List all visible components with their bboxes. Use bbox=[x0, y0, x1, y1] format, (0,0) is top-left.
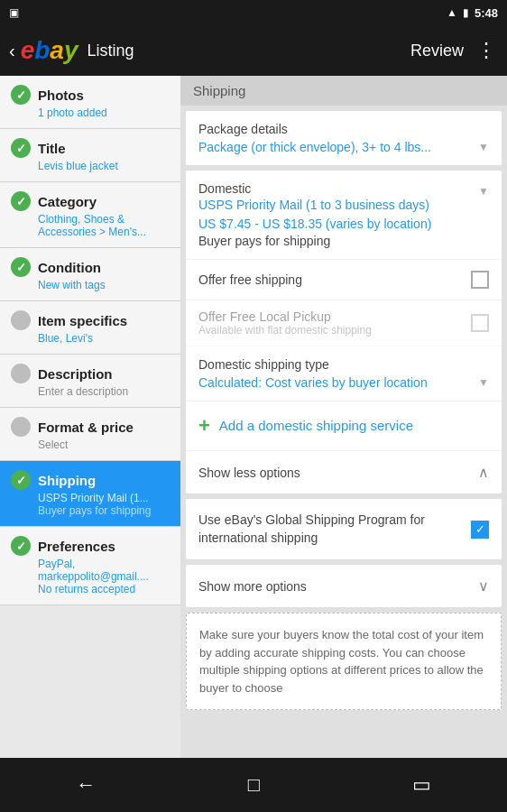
domestic-row[interactable]: Domestic USPS Priority Mail (1 to 3 busi… bbox=[186, 171, 502, 260]
status-bar-right: ▲ ▮ 5:48 bbox=[447, 6, 498, 20]
package-details-row[interactable]: Package details Package (or thick envelo… bbox=[186, 111, 502, 165]
home-nav-button[interactable]: □ bbox=[239, 764, 269, 806]
global-shipping-row[interactable]: Use eBay's Global Shipping Program for i… bbox=[186, 499, 502, 559]
package-details-arrow: ▼ bbox=[478, 141, 489, 153]
content-area: Shipping Package details Package (or thi… bbox=[180, 76, 507, 790]
more-menu-button[interactable]: ⋮ bbox=[476, 39, 498, 62]
show-more-options-row[interactable]: Show more options ∨ bbox=[186, 565, 502, 607]
add-shipping-plus-icon: + bbox=[198, 414, 210, 438]
format-price-subtitle: Select bbox=[11, 438, 170, 451]
offer-free-shipping-row[interactable]: Offer free shipping bbox=[186, 260, 502, 300]
title-subtitle: Levis blue jacket bbox=[11, 160, 170, 172]
sidebar-item-photos[interactable]: ✓ Photos 1 photo added bbox=[0, 76, 180, 129]
domestic-shipping-type-label: Domestic shipping type bbox=[198, 357, 489, 372]
ebay-logo: e b a y bbox=[21, 36, 78, 65]
screenshot-icon: ▣ bbox=[9, 6, 19, 19]
sidebar-item-description[interactable]: Description Enter a description bbox=[0, 355, 180, 408]
sidebar-item-format-price[interactable]: Format & price Select bbox=[0, 408, 180, 461]
format-price-check bbox=[11, 417, 31, 437]
global-shipping-checkbox[interactable]: ✓ bbox=[471, 521, 489, 539]
category-subtitle: Clothing, Shoes & bbox=[11, 213, 170, 226]
sidebar-item-category[interactable]: ✓ Category Clothing, Shoes & Accessories… bbox=[0, 182, 180, 248]
photos-check: ✓ bbox=[11, 85, 31, 105]
item-specifics-check bbox=[11, 310, 31, 330]
title-label: Title bbox=[38, 141, 66, 156]
shipping-label: Shipping bbox=[38, 473, 96, 488]
local-pickup-checkbox bbox=[471, 314, 489, 332]
chevron-down-icon: ∨ bbox=[478, 577, 489, 595]
domestic-shipping-type-text: Calculated: Cost varies by buyer locatio… bbox=[198, 375, 428, 390]
back-button[interactable]: ‹ bbox=[9, 41, 15, 61]
description-label: Description bbox=[38, 366, 113, 382]
category-check: ✓ bbox=[11, 191, 31, 211]
sidebar-item-condition[interactable]: ✓ Condition New with tags bbox=[0, 248, 180, 301]
info-box: Make sure your buyers know the total cos… bbox=[186, 613, 502, 710]
preferences-check: ✓ bbox=[11, 536, 31, 556]
local-pickup-row: Offer Free Local Pickup Available with f… bbox=[186, 300, 502, 346]
domestic-shipping-type-value: Calculated: Cost varies by buyer locatio… bbox=[198, 375, 489, 390]
main-container: ✓ Photos 1 photo added ✓ Title Levis blu… bbox=[0, 76, 507, 790]
logo-b: b bbox=[34, 36, 50, 65]
domestic-shipping-type-row[interactable]: Domestic shipping type Calculated: Cost … bbox=[186, 346, 502, 401]
preferences-subtitle3: No returns accepted bbox=[11, 583, 170, 595]
condition-check: ✓ bbox=[11, 257, 31, 277]
chevron-up-icon: ∧ bbox=[478, 464, 489, 481]
status-bar-left: ▣ bbox=[9, 6, 19, 19]
offer-free-shipping-checkbox[interactable] bbox=[471, 271, 489, 289]
local-pickup-title: Offer Free Local Pickup bbox=[198, 309, 372, 324]
package-details-text: Package (or thick envelope), 3+ to 4 lbs… bbox=[198, 140, 431, 154]
logo-a: a bbox=[50, 36, 64, 65]
nav-bar: ‹ e b a y Listing Review ⋮ bbox=[0, 25, 507, 76]
preferences-label: Preferences bbox=[38, 539, 115, 554]
shipping-subtitle: USPS Priority Mail (1... bbox=[11, 492, 170, 504]
title-check: ✓ bbox=[11, 138, 31, 158]
condition-label: Condition bbox=[38, 260, 101, 275]
domestic-buyer-pays: Buyer pays for shipping bbox=[198, 234, 431, 248]
preferences-subtitle2: markeppolito@gmail.... bbox=[11, 570, 170, 583]
domestic-service: USPS Priority Mail (1 to 3 business days… bbox=[198, 196, 431, 215]
sidebar: ✓ Photos 1 photo added ✓ Title Levis blu… bbox=[0, 76, 180, 790]
domestic-shipping-type-arrow: ▼ bbox=[478, 376, 489, 389]
package-details-card: Package details Package (or thick envelo… bbox=[186, 111, 502, 165]
review-button[interactable]: Review bbox=[410, 42, 464, 60]
domestic-arrow: ▼ bbox=[478, 185, 489, 198]
preferences-subtitle: PayPal, bbox=[11, 558, 170, 570]
logo-e: e bbox=[21, 36, 35, 65]
status-bar: ▣ ▲ ▮ 5:48 bbox=[0, 0, 507, 25]
sidebar-item-shipping[interactable]: ✓ Shipping USPS Priority Mail (1... Buye… bbox=[0, 461, 180, 527]
status-time: 5:48 bbox=[475, 6, 498, 20]
category-label: Category bbox=[38, 194, 97, 209]
show-less-options-row[interactable]: Show less options ∧ bbox=[186, 451, 502, 494]
logo-y: y bbox=[64, 36, 78, 65]
item-specifics-subtitle: Blue, Levi's bbox=[11, 332, 170, 345]
domestic-label: Domestic bbox=[198, 181, 431, 196]
local-pickup-subtitle: Available with flat domestic shipping bbox=[198, 324, 372, 337]
back-nav-button[interactable]: ← bbox=[67, 764, 105, 806]
info-text: Make sure your buyers know the total cos… bbox=[199, 626, 488, 697]
shipping-subtitle2: Buyer pays for shipping bbox=[11, 504, 170, 517]
local-pickup-text: Offer Free Local Pickup Available with f… bbox=[198, 309, 372, 337]
global-shipping-checkmark: ✓ bbox=[475, 522, 485, 536]
recents-nav-button[interactable]: ▭ bbox=[403, 764, 440, 806]
battery-icon: ▮ bbox=[463, 6, 469, 19]
add-shipping-row[interactable]: + Add a domestic shipping service bbox=[186, 401, 502, 451]
item-specifics-label: Item specifics bbox=[38, 313, 127, 328]
sidebar-item-title[interactable]: ✓ Title Levis blue jacket bbox=[0, 129, 180, 182]
add-shipping-label: Add a domestic shipping service bbox=[219, 417, 413, 435]
bottom-nav: ← □ ▭ bbox=[0, 758, 507, 812]
section-header: Shipping bbox=[180, 76, 507, 106]
domestic-price: US $7.45 - US $18.35 (varies by location… bbox=[198, 215, 431, 234]
package-details-value: Package (or thick envelope), 3+ to 4 lbs… bbox=[198, 140, 489, 154]
sidebar-item-item-specifics[interactable]: Item specifics Blue, Levi's bbox=[0, 301, 180, 355]
condition-subtitle: New with tags bbox=[11, 279, 170, 291]
global-shipping-text: Use eBay's Global Shipping Program for i… bbox=[198, 512, 471, 547]
domestic-shipping-card: Domestic USPS Priority Mail (1 to 3 busi… bbox=[186, 171, 502, 494]
show-less-options-label: Show less options bbox=[198, 466, 300, 480]
sidebar-item-preferences[interactable]: ✓ Preferences PayPal, markeppolito@gmail… bbox=[0, 527, 180, 605]
package-details-label: Package details bbox=[198, 122, 489, 136]
wifi-icon: ▲ bbox=[447, 6, 457, 19]
description-check bbox=[11, 364, 31, 383]
photos-label: Photos bbox=[38, 88, 84, 103]
show-more-options-label: Show more options bbox=[198, 579, 307, 594]
category-subtitle2: Accessories > Men's... bbox=[11, 226, 170, 238]
